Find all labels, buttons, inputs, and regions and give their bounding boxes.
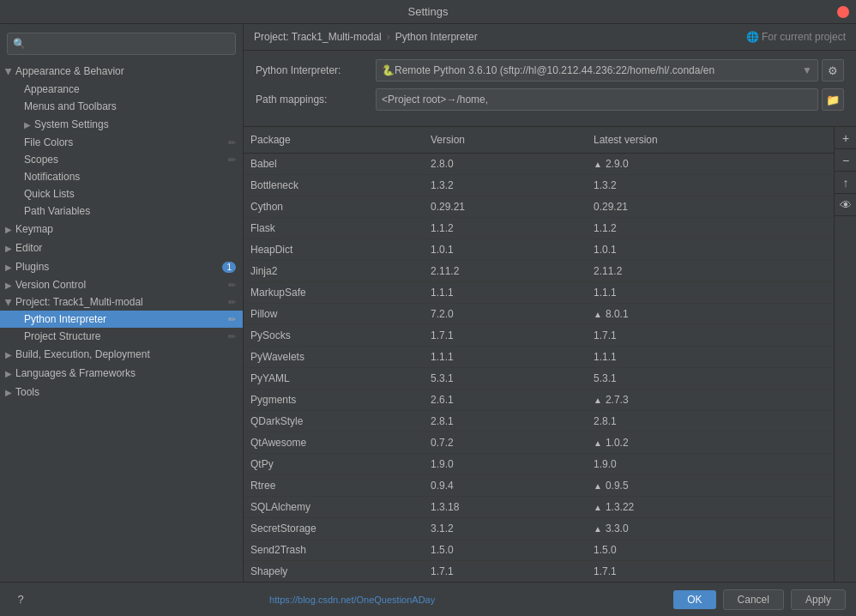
bottom-left: ?: [10, 589, 31, 610]
mappings-row: Path mappings: <Project root>→/home, 📁: [256, 88, 844, 111]
sidebar-item-version-control[interactable]: ▶ Version Control ✏: [0, 276, 243, 293]
sidebar-item-menus-toolbars[interactable]: Menus and Toolbars: [0, 98, 243, 115]
package-latest-version: 1.1.1: [587, 285, 856, 300]
table-row[interactable]: SecretStorage3.1.2▲3.3.0: [244, 518, 856, 540]
interpreter-value[interactable]: 🐍 Remote Python 3.6.10 (sftp://hl@10.212…: [376, 59, 818, 82]
sidebar-item-build-execution[interactable]: ▶ Build, Execution, Deployment: [0, 345, 243, 364]
sidebar-item-keymap[interactable]: ▶ Keymap: [0, 220, 243, 239]
update-arrow-icon: ▲: [594, 524, 602, 534]
package-version: 0.9.4: [424, 478, 587, 493]
table-row[interactable]: PyYAML5.3.15.3.1: [244, 368, 856, 390]
interpreter-row: Python Interpreter: 🐍 Remote Python 3.6.…: [256, 59, 844, 82]
table-row[interactable]: QtAwesome0.7.2▲1.0.2: [244, 432, 856, 454]
package-name: PyWavelets: [244, 349, 424, 365]
sidebar-item-editor[interactable]: ▶ Editor: [0, 239, 243, 257]
apply-button[interactable]: Apply: [791, 589, 846, 610]
latest-version-value: 2.11.2: [594, 265, 622, 277]
package-name: PySocks: [244, 328, 424, 343]
package-name: Pillow: [244, 306, 424, 322]
close-button[interactable]: [837, 6, 849, 18]
package-version: 2.6.1: [424, 392, 587, 408]
sidebar-item-appearance-behavior[interactable]: ▶ Appearance & Behavior: [0, 62, 243, 81]
remove-package-button[interactable]: −: [835, 149, 856, 172]
search-input[interactable]: [29, 38, 230, 50]
table-row[interactable]: PySocks1.7.11.7.1: [244, 325, 856, 347]
edit-icon: ✏: [228, 314, 236, 325]
cancel-button[interactable]: Cancel: [723, 589, 784, 610]
latest-version-value: 3.3.0: [606, 522, 629, 534]
add-package-button[interactable]: +: [835, 127, 856, 149]
table-row[interactable]: Cython0.29.210.29.21: [244, 196, 856, 218]
sidebar-item-quick-lists[interactable]: Quick Lists: [0, 185, 243, 202]
mappings-value[interactable]: <Project root>→/home,: [376, 88, 818, 111]
column-package: Package: [244, 130, 424, 149]
package-version: 1.9.0: [424, 456, 587, 472]
package-latest-version: 1.3.2: [587, 178, 856, 193]
help-button[interactable]: ?: [10, 589, 31, 610]
package-latest-version: ▲2.9.0: [587, 156, 856, 172]
ok-button[interactable]: OK: [673, 590, 715, 609]
interpreter-settings-button[interactable]: ⚙: [822, 59, 844, 82]
bottom-bar: ? https://blog.csdn.net/OneQuestionADay …: [0, 582, 856, 616]
table-row[interactable]: Pillow7.2.0▲8.0.1: [244, 304, 856, 325]
sidebar: 🔍 ▶ Appearance & Behavior Appearance Men…: [0, 24, 244, 582]
gear-icon: ⚙: [828, 64, 838, 77]
table-row[interactable]: PyWavelets1.1.11.1.1: [244, 347, 856, 368]
table-row[interactable]: Pygments2.6.1▲2.7.3: [244, 390, 856, 411]
table-row[interactable]: SQLAlchemy1.3.18▲1.3.22: [244, 497, 856, 518]
latest-version-value: 2.7.3: [606, 394, 629, 406]
package-name: HeapDict: [244, 242, 424, 257]
eye-button[interactable]: 👁: [835, 194, 856, 216]
package-name: Cython: [244, 199, 424, 214]
chevron-icon: ▶: [5, 388, 12, 397]
package-latest-version: 1.5.0: [587, 542, 856, 558]
sidebar-item-file-colors[interactable]: File Colors ✏: [0, 134, 243, 151]
interpreter-label: Python Interpreter:: [256, 64, 376, 76]
table-row[interactable]: HeapDict1.0.11.0.1: [244, 239, 856, 261]
chevron-icon: ▶: [4, 68, 14, 75]
search-box[interactable]: 🔍: [7, 33, 236, 55]
package-latest-version: ▲2.7.3: [587, 392, 856, 408]
table-row[interactable]: Send2Trash1.5.01.5.0: [244, 540, 856, 561]
table-row[interactable]: Babel2.8.0▲2.9.0: [244, 154, 856, 175]
sidebar-item-scopes[interactable]: Scopes ✏: [0, 151, 243, 168]
sidebar-item-project-structure[interactable]: Project Structure ✏: [0, 328, 243, 345]
table-row[interactable]: Bottleneck1.3.21.3.2: [244, 175, 856, 196]
chevron-icon: ▶: [5, 281, 12, 290]
package-name: QtAwesome: [244, 435, 424, 450]
sidebar-item-system-settings[interactable]: ▶ System Settings: [0, 115, 243, 134]
sidebar-item-path-variables[interactable]: Path Variables: [0, 202, 243, 220]
package-latest-version: ▲0.9.5: [587, 478, 856, 493]
table-row[interactable]: QtPy1.9.01.9.0: [244, 454, 856, 475]
package-latest-version: 1.9.0: [587, 456, 856, 472]
sidebar-item-project-group[interactable]: ▶ Project: Track1_Multi-modal ✏: [0, 293, 243, 311]
sidebar-item-languages-frameworks[interactable]: ▶ Languages & Frameworks: [0, 364, 243, 383]
package-version: 0.7.2: [424, 435, 587, 450]
sidebar-item-tools[interactable]: ▶ Tools: [0, 383, 243, 402]
table-row[interactable]: Flask1.1.21.1.2: [244, 218, 856, 239]
table-row[interactable]: QDarkStyle2.8.12.8.1: [244, 411, 856, 432]
package-latest-version: 5.3.1: [587, 371, 856, 386]
mappings-label: Path mappings:: [256, 94, 376, 106]
table-row[interactable]: Jinja22.11.22.11.2: [244, 261, 856, 282]
package-latest-version: 2.8.1: [587, 414, 856, 429]
breadcrumb: Project: Track1_Multi-modal › Python Int…: [244, 24, 856, 51]
mappings-folder-button[interactable]: 📁: [822, 88, 844, 111]
sidebar-item-plugins[interactable]: ▶ Plugins 1: [0, 257, 243, 276]
upgrade-package-button[interactable]: ↑: [835, 172, 856, 194]
chevron-icon: ▶: [4, 299, 14, 305]
sidebar-item-notifications[interactable]: Notifications: [0, 168, 243, 185]
update-arrow-icon: ▲: [594, 310, 602, 319]
package-latest-version: 1.0.1: [587, 242, 856, 257]
table-row[interactable]: Rtree0.9.4▲0.9.5: [244, 475, 856, 497]
sidebar-item-python-interpreter[interactable]: Python Interpreter ✏: [0, 311, 243, 328]
folder-icon: 📁: [826, 94, 840, 106]
table-row[interactable]: MarkupSafe1.1.11.1.1: [244, 282, 856, 304]
package-version: 2.8.1: [424, 414, 587, 429]
table-row[interactable]: Shapely1.7.11.7.1: [244, 561, 856, 582]
latest-version-value: 1.1.1: [594, 287, 617, 299]
column-version: Version: [424, 130, 587, 149]
sidebar-item-appearance[interactable]: Appearance: [0, 81, 243, 98]
package-version: 1.1.2: [424, 220, 587, 236]
package-latest-version: 2.11.2: [587, 263, 856, 279]
